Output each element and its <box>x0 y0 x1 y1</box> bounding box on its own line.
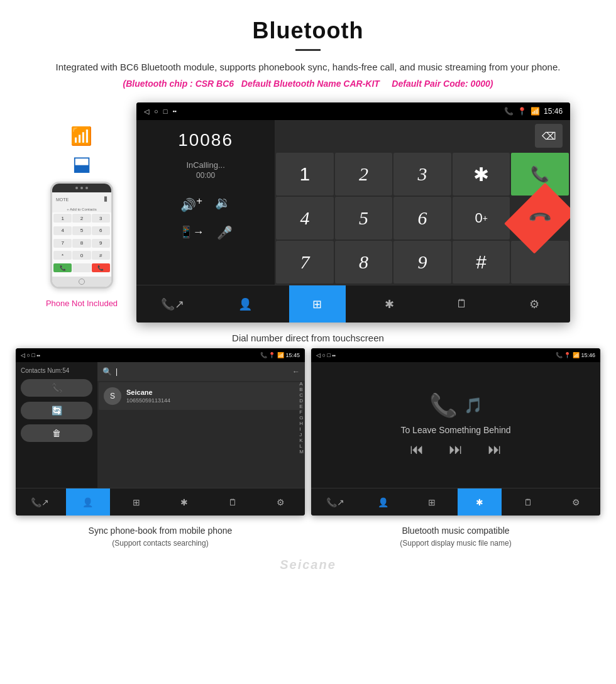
phone-end-btn[interactable]: 📞 <box>92 263 110 272</box>
pb-nav-bt[interactable]: ✱ <box>162 488 206 516</box>
phone-home-button[interactable] <box>79 279 85 285</box>
pb-sync-btn[interactable]: 🔄 <box>21 402 92 419</box>
dp-key-7[interactable]: 7 <box>276 241 334 284</box>
nav-contacts[interactable]: 👤 <box>217 285 273 323</box>
pb-location-icon: 📍 <box>268 352 275 358</box>
search-cursor[interactable]: | <box>116 367 118 376</box>
music-screen: ◁ ○ □ ▪▪ 📞 📍 📶 15:46 📞 🎵 To Leave Someth… <box>311 348 600 516</box>
music-play-pause-btn[interactable]: ⏭ <box>449 441 463 458</box>
phone-key-5[interactable]: 5 <box>72 226 91 235</box>
phone-key-star[interactable]: * <box>53 251 72 260</box>
title-divider <box>295 49 321 51</box>
dp-key-2[interactable]: 2 <box>335 153 393 196</box>
phone-key-6[interactable]: 6 <box>92 226 110 235</box>
dp-key-6[interactable]: 6 <box>393 197 451 240</box>
notification-icon: ▪▪ <box>172 108 176 114</box>
phone-screen: + Add to Contacts 1 2 3 4 5 6 7 8 9 * 0 … <box>52 206 111 277</box>
pb-contact-item[interactable]: S Seicane 10655059113144 <box>99 382 304 410</box>
pb-wifi-icon: 📶 <box>277 352 284 358</box>
phone-key-3[interactable]: 3 <box>92 214 110 223</box>
back-nav-icon[interactable]: ◁ <box>144 108 149 116</box>
dp-key-9[interactable]: 9 <box>393 241 451 284</box>
music-time: 15:46 <box>581 352 595 358</box>
pb-body: Contacts Num:54 📞 🔄 🗑 🔍 | ← S Seicane 10… <box>16 362 305 488</box>
pb-status-left: ◁ ○ □ ▪▪ <box>21 352 40 358</box>
dialer-right-panel: ⌫ 1 2 3 ✱ 📞 4 5 6 0+ 📞 7 8 9 # <box>275 120 570 285</box>
pb-status-bar: ◁ ○ □ ▪▪ 📞 📍 📶 15:45 <box>16 348 305 362</box>
music-caption: Bluetooth music compatible (Support disp… <box>311 524 600 549</box>
microphone-icon[interactable]: 🎤 <box>217 225 233 240</box>
phone-key-7[interactable]: 7 <box>53 239 72 248</box>
pb-delete-btn[interactable]: 🗑 <box>21 424 92 442</box>
music-nav-dialpad[interactable]: ⊞ <box>410 488 454 516</box>
phone-key-2[interactable]: 2 <box>72 214 91 223</box>
phone-key-8[interactable]: 8 <box>72 239 91 248</box>
bluetooth-waves-icon: 📶 <box>70 128 92 145</box>
nav-bluetooth[interactable]: ✱ <box>361 285 418 323</box>
volume-down-icon[interactable]: 🔉 <box>215 195 231 212</box>
calling-label: InCalling... <box>186 160 224 170</box>
location-icon: 📍 <box>517 107 527 116</box>
phone-status-bar <box>52 184 111 192</box>
phone-key-hash[interactable]: # <box>92 251 110 260</box>
dot3 <box>85 187 88 189</box>
phone-key-1[interactable]: 1 <box>53 214 72 223</box>
phone-key-9[interactable]: 9 <box>92 239 110 248</box>
music-nav-contacts[interactable]: 👤 <box>361 488 405 516</box>
pb-apps-icon: □ <box>31 352 35 358</box>
page-title: Bluetooth <box>13 18 603 44</box>
pb-nav-settings[interactable]: ⚙ <box>259 488 303 516</box>
phone-key-0[interactable]: 0 <box>72 251 91 260</box>
nav-call[interactable]: 📞↗ <box>145 285 201 323</box>
dp-key-8[interactable]: 8 <box>335 241 393 284</box>
transfer-icon[interactable]: 📱→ <box>179 225 204 240</box>
music-nav-transfer[interactable]: 🗒 <box>506 488 550 516</box>
dp-key-star[interactable]: ✱ <box>453 153 510 196</box>
volume-up-icon[interactable]: 🔊+ <box>180 195 202 212</box>
music-call-icon: 📞 <box>556 352 563 358</box>
music-next-btn[interactable]: ⏭ <box>488 441 502 458</box>
dp-key-0plus[interactable]: 0+ <box>453 197 510 240</box>
pb-call-btn[interactable]: 📞 <box>21 379 92 397</box>
backspace-button[interactable]: ⌫ <box>535 124 563 148</box>
dp-key-5[interactable]: 5 <box>335 197 393 240</box>
music-phone-icon: 📞 <box>429 392 458 419</box>
contact-info: Seicane 10655059113144 <box>126 389 170 404</box>
music-prev-btn[interactable]: ⏮ <box>410 441 424 458</box>
music-nav-call[interactable]: 📞↗ <box>313 488 357 516</box>
dot2 <box>80 187 83 189</box>
highlight-chip: (Bluetooth chip : CSR BC6 <box>123 79 234 89</box>
pb-nav-call[interactable]: 📞↗ <box>18 488 62 516</box>
phone-call-btn[interactable]: 📞 <box>53 263 72 272</box>
home-nav-icon[interactable]: ○ <box>154 108 158 115</box>
android-dialer-screen: ◁ ○ □ ▪▪ 📞 📍 📶 15:46 10086 InCalling... … <box>136 102 570 323</box>
highlight-name: Default Bluetooth Name CAR-KIT <box>241 79 380 89</box>
pb-nav-dialpad[interactable]: ⊞ <box>114 488 158 516</box>
phone-key-4[interactable]: 4 <box>53 226 72 235</box>
dp-key-3[interactable]: 3 <box>393 153 451 196</box>
dp-key-4[interactable]: 4 <box>276 197 334 240</box>
pb-backspace-icon[interactable]: ← <box>292 367 300 376</box>
nav-transfer[interactable]: 🗒 <box>434 285 490 323</box>
demo-section: 📶 ⬓ MOTE ▊ + Add to Contacts 1 2 3 4 5 <box>0 95 616 326</box>
dialer-extra-controls: 📱→ 🎤 <box>179 225 233 240</box>
seicane-watermark: Seicane <box>0 555 616 575</box>
dp-key-1[interactable]: 1 <box>276 153 334 196</box>
alpha-list: A B C D E F G H I J K L M <box>299 381 304 455</box>
pb-contacts-count: Contacts Num:54 <box>21 367 92 374</box>
dialer-controls: 🔊+ 🔉 <box>180 195 231 212</box>
phonebook-caption-main: Sync phone-book from mobile phone <box>16 524 305 538</box>
dp-key-hash[interactable]: # <box>453 241 510 284</box>
pb-nav-contacts[interactable]: 👤 <box>66 488 110 516</box>
bottom-captions: Sync phone-book from mobile phone (Suppo… <box>0 521 616 555</box>
music-nav-settings[interactable]: ⚙ <box>554 488 598 516</box>
highlight-line: (Bluetooth chip : CSR BC6 Default Blueto… <box>13 79 603 89</box>
call-timer: 00:00 <box>186 171 224 180</box>
pb-status-right: 📞 📍 📶 15:45 <box>260 352 300 358</box>
dialer-body: 10086 InCalling... 00:00 🔊+ 🔉 📱→ 🎤 ⌫ <box>136 120 570 285</box>
apps-nav-icon[interactable]: □ <box>163 108 168 115</box>
music-nav-bt[interactable]: ✱ <box>458 488 502 516</box>
pb-nav-transfer[interactable]: 🗒 <box>211 488 255 516</box>
nav-dialpad[interactable]: ⊞ <box>289 285 346 323</box>
nav-settings[interactable]: ⚙ <box>506 285 563 323</box>
